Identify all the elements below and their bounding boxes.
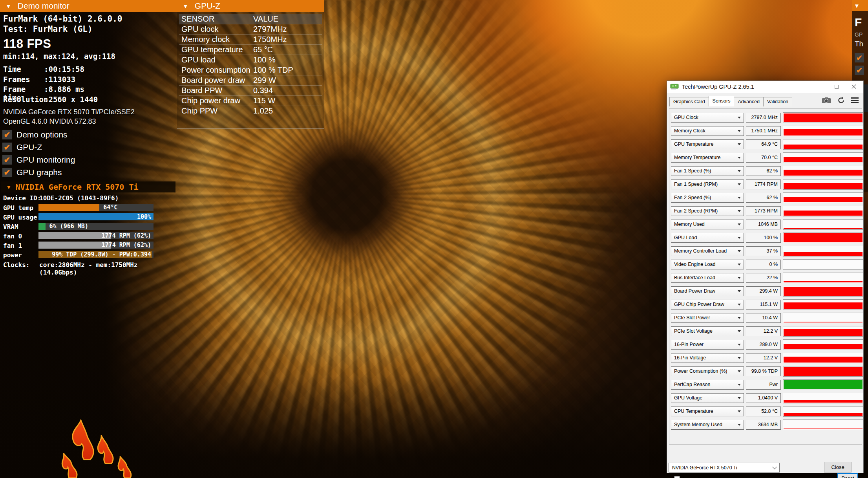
dropdown-arrow-icon bbox=[738, 290, 741, 292]
maximize-button[interactable] bbox=[828, 81, 845, 93]
check-icon: ✔ bbox=[856, 66, 863, 75]
close-window-button[interactable] bbox=[845, 81, 863, 93]
sensor-select-dropdown[interactable]: System Memory Used bbox=[671, 420, 744, 430]
gpuz-overlay-header[interactable]: ▼ GPU-Z bbox=[177, 0, 324, 12]
sensor-history-graph bbox=[783, 179, 863, 190]
dropdown-arrow-icon bbox=[738, 424, 741, 426]
sensor-select-dropdown[interactable]: Fan 1 Speed (%) bbox=[671, 166, 744, 176]
check-icon: ✔ bbox=[4, 155, 11, 165]
checkbox[interactable]: ✔ bbox=[2, 130, 12, 139]
dropdown-arrow-icon bbox=[738, 210, 741, 212]
sensor-select-dropdown[interactable]: GPU Temperature bbox=[671, 139, 744, 149]
sensor-select-dropdown[interactable]: GPU Load bbox=[671, 233, 744, 243]
sensor-row: Fan 2 Speed (%) 62 % bbox=[671, 192, 863, 203]
sensor-select-dropdown[interactable]: PCIe Slot Voltage bbox=[671, 326, 744, 336]
sensor-select-dropdown[interactable]: Memory Controller Load bbox=[671, 246, 744, 256]
refresh-icon[interactable] bbox=[837, 97, 845, 104]
gpu-bar-label: power bbox=[3, 251, 22, 259]
overlay-option-gpu-monitoring[interactable]: ✔ GPU monitoring bbox=[2, 154, 75, 166]
sensor-value-box: 1046 MB bbox=[746, 220, 781, 229]
sensor-value-box: 62 % bbox=[746, 193, 781, 203]
clipped-checkbox[interactable]: ✔ bbox=[855, 66, 864, 75]
sensor-value: 2797.0 MHz bbox=[751, 115, 778, 120]
dropdown-arrow-icon bbox=[738, 250, 741, 252]
sensor-select-dropdown[interactable]: Bus Interface Load bbox=[671, 273, 744, 283]
dropdown-arrow-icon bbox=[738, 357, 741, 359]
device-select-dropdown[interactable]: NVIDIA GeForce RTX 5070 Ti bbox=[669, 463, 780, 473]
sensor-row: Board Power Draw 299.4 W bbox=[671, 286, 863, 297]
tab-label: Graphics Card bbox=[673, 99, 705, 104]
clipped-checkbox[interactable]: ✔ bbox=[855, 53, 864, 62]
sensor-select-dropdown[interactable]: Board Power Draw bbox=[671, 286, 744, 296]
sensor-value: 299.4 W bbox=[759, 288, 778, 294]
sensor-select-dropdown[interactable]: 16-Pin Power bbox=[671, 340, 744, 350]
sensor-select-dropdown[interactable]: CPU Temperature bbox=[671, 407, 744, 416]
checkbox[interactable]: ✔ bbox=[2, 155, 12, 165]
tab-advanced[interactable]: Advanced bbox=[734, 97, 764, 106]
sensor-select-dropdown[interactable]: 16-Pin Voltage bbox=[671, 353, 744, 363]
overlay-option-demo-options[interactable]: ✔ Demo options bbox=[2, 128, 75, 141]
sensor-name: 16-Pin Power bbox=[674, 342, 704, 347]
check-icon: ✔ bbox=[4, 168, 11, 177]
gpuz-overlay-row: Power consumption 100 % TDP bbox=[179, 65, 322, 75]
dropdown-arrow-icon bbox=[738, 370, 741, 372]
furmark-version-line: FurMark (64-bit) 2.6.0.0 bbox=[3, 14, 122, 24]
minimize-button[interactable] bbox=[811, 81, 828, 93]
stat-value: 2560 x 1440 bbox=[48, 95, 98, 105]
sensor-history-graph bbox=[783, 339, 863, 350]
sensor-select-dropdown[interactable]: Memory Clock bbox=[671, 126, 744, 136]
reset-button[interactable]: Reset bbox=[837, 473, 858, 478]
sensor-select-dropdown[interactable]: Memory Used bbox=[671, 220, 744, 229]
demo-monitor-header[interactable]: ▼ Demo monitor bbox=[0, 0, 177, 12]
sensor-row: System Memory Used 3634 MB bbox=[671, 419, 863, 430]
sensor-select-dropdown[interactable]: Video Engine Load bbox=[671, 260, 744, 269]
sensor-graph-fill bbox=[784, 429, 863, 429]
tab-sensors[interactable]: Sensors bbox=[709, 96, 735, 106]
checkbox[interactable]: ✔ bbox=[2, 143, 12, 152]
sensor-history-graph bbox=[783, 152, 863, 163]
sensor-row: GPU Chip Power Draw 115.1 W bbox=[671, 299, 863, 310]
log-to-file-checkbox[interactable] bbox=[674, 476, 680, 478]
sensor-row: Memory Controller Load 37 % bbox=[671, 245, 863, 256]
sensor-row: GPU Temperature 64.9 °C bbox=[671, 139, 863, 150]
gpu-panel-header[interactable]: ▼ NVIDIA GeForce RTX 5070 Ti bbox=[1, 181, 175, 192]
tab-graphics-card[interactable]: Graphics Card bbox=[669, 97, 709, 106]
sensor-value-box: 2797.0 MHz bbox=[746, 113, 781, 123]
dropdown-arrow-icon bbox=[738, 304, 741, 306]
sensor-select-dropdown[interactable]: PCIe Slot Power bbox=[671, 313, 744, 323]
sensor-select-dropdown[interactable]: Fan 2 Speed (%) bbox=[671, 193, 744, 203]
sensor-row: PCIe Slot Voltage 12.2 V bbox=[671, 326, 863, 337]
sensor-select-dropdown[interactable]: Fan 2 Speed (RPM) bbox=[671, 206, 744, 216]
dropdown-arrow-icon bbox=[738, 117, 741, 119]
sensor-select-dropdown[interactable]: Fan 1 Speed (RPM) bbox=[671, 179, 744, 189]
tab-validation[interactable]: Validation bbox=[763, 97, 792, 106]
sensor-select-dropdown[interactable]: GPU Voltage bbox=[671, 393, 744, 403]
overlay-option-gpu-graphs[interactable]: ✔ GPU graphs bbox=[2, 166, 75, 179]
checkbox[interactable]: ✔ bbox=[2, 168, 12, 177]
sensor-row: Fan 1 Speed (RPM) 1774 RPM bbox=[671, 179, 863, 190]
dropdown-arrow-icon bbox=[738, 397, 741, 399]
close-button[interactable]: Close bbox=[824, 462, 852, 473]
sensor-history-graph bbox=[783, 233, 863, 243]
sensor-select-dropdown[interactable]: GPU Clock bbox=[671, 113, 744, 123]
overlay-option-gpu-z[interactable]: ✔ GPU-Z bbox=[2, 141, 75, 154]
clipped-panel-header[interactable]: ▼ bbox=[852, 0, 868, 11]
sensor-select-dropdown[interactable]: PerfCap Reason bbox=[671, 380, 744, 390]
sensor-history-graph bbox=[783, 299, 863, 310]
sensor-select-dropdown[interactable]: GPU Chip Power Draw bbox=[671, 300, 744, 310]
sensor-value: 289.0 W bbox=[759, 342, 778, 347]
sensor-select-dropdown[interactable]: Memory Temperature bbox=[671, 153, 744, 163]
gpuz-titlebar[interactable]: TechPowerUp GPU-Z 2.65.1 bbox=[667, 81, 863, 93]
sensor-value: 12.2 V bbox=[764, 355, 778, 361]
sensor-name: PCIe Slot Voltage bbox=[674, 328, 713, 334]
log-to-file-toggle[interactable]: Log to file bbox=[674, 476, 704, 478]
fps-minmax-line: min:114, max:124, avg:118 bbox=[3, 52, 115, 60]
sensor-graph-fill bbox=[784, 157, 863, 162]
tab-label: Validation bbox=[767, 99, 788, 104]
gpuz-overlay-title: GPU-Z bbox=[195, 1, 220, 11]
sensor-select-dropdown[interactable]: Power Consumption (%) bbox=[671, 366, 744, 376]
menu-hamburger-icon[interactable] bbox=[851, 97, 859, 103]
dropdown-arrow-icon bbox=[738, 143, 741, 145]
gpu-bar-track: 64°C bbox=[38, 204, 153, 211]
screenshot-camera-icon[interactable] bbox=[822, 97, 831, 104]
